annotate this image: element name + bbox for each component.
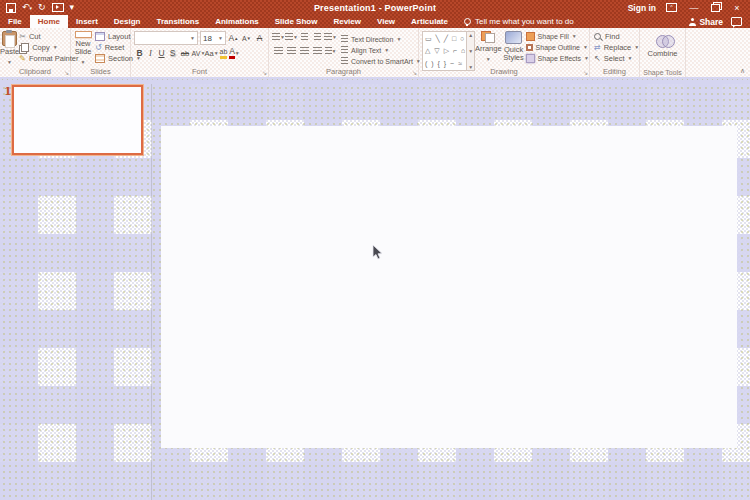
columns-button[interactable]: ▼ <box>324 45 337 56</box>
tab-animations[interactable]: Animations <box>207 15 267 28</box>
customize-qat-icon[interactable]: ▾ <box>70 3 75 12</box>
group-editing: Find ⇄ Replace ▼ ↖ Select ▼ Editing <box>590 28 640 77</box>
drawing-dialog-launcher-icon[interactable]: ↘ <box>583 70 588 76</box>
format-painter-button[interactable]: ✎ Format Painter <box>19 53 78 63</box>
ribbon-display-options-icon[interactable]: ^ <box>666 3 677 12</box>
slide-thumbnail[interactable] <box>12 85 143 155</box>
shape-outline-icon <box>526 44 533 51</box>
justify-button[interactable] <box>311 45 324 56</box>
group-font: ▼ 18 ▼ A▲ A▼ A B I U S ab AV▼ <box>131 28 269 77</box>
redo-icon[interactable]: ↻ <box>38 3 46 12</box>
restore-button[interactable] <box>711 4 720 12</box>
tab-articulate[interactable]: Articulate <box>403 15 456 28</box>
line-spacing-icon <box>324 33 332 41</box>
align-right-icon <box>300 47 309 55</box>
copy-button[interactable]: Copy ▼ <box>19 42 78 52</box>
slide-number: 1 <box>4 85 12 98</box>
tab-slide-show[interactable]: Slide Show <box>267 15 326 28</box>
undo-icon[interactable]: ↶▾ <box>22 3 32 13</box>
clipboard-group-label: Clipboard <box>0 67 70 76</box>
tab-transitions[interactable]: Transitions <box>148 15 207 28</box>
comments-icon[interactable] <box>731 17 742 26</box>
font-dialog-launcher-icon[interactable]: ↘ <box>262 70 267 76</box>
bullets-button[interactable]: ▼ <box>272 31 285 42</box>
character-spacing-button[interactable]: AV▼ <box>192 47 205 59</box>
slide-canvas[interactable] <box>161 126 737 448</box>
sign-in-button[interactable]: Sign in <box>628 3 656 13</box>
quick-styles-button[interactable]: Quick Styles <box>502 28 526 66</box>
shapes-gallery-scrollbar[interactable]: ▲ ▼ ▼ <box>467 31 474 71</box>
grow-font-button[interactable]: A▲ <box>228 32 239 44</box>
align-center-button[interactable] <box>285 45 298 56</box>
tab-view[interactable]: View <box>369 15 403 28</box>
titlebar: ↶▾ ↻ ▾ Presentation1 - PowerPoint Sign i… <box>0 0 750 28</box>
tab-home[interactable]: Home <box>30 15 68 28</box>
numbering-button[interactable]: ▼ <box>285 31 298 42</box>
italic-button[interactable]: I <box>145 47 156 59</box>
scroll-up-icon[interactable]: ▲ <box>468 32 473 38</box>
start-from-beginning-icon[interactable] <box>52 3 64 12</box>
align-text-button[interactable]: Align Text ▼ <box>341 45 421 55</box>
arrange-button[interactable]: Arrange ▼ <box>475 28 502 66</box>
shape-fill-button[interactable]: Shape Fill ▼ <box>526 31 589 41</box>
align-left-button[interactable] <box>272 45 285 56</box>
chevron-down-icon: ▼ <box>218 35 223 41</box>
text-shadow-button[interactable]: S <box>167 47 178 59</box>
underline-button[interactable]: U <box>156 47 167 59</box>
tab-insert[interactable]: Insert <box>68 15 106 28</box>
shapes-gallery[interactable]: ▭ ╲ ╱ □ ○ ◇ △ ▽ ▷ ⌐ ⌂ ☆ ( ) { } ~ ≈ <box>422 31 467 71</box>
decrease-indent-button[interactable] <box>298 31 311 42</box>
clear-formatting-button[interactable]: A <box>254 32 265 44</box>
panel-divider[interactable] <box>151 84 152 500</box>
gallery-expand-icon[interactable]: ▼ <box>468 64 473 70</box>
replace-button[interactable]: ⇄ Replace ▼ <box>594 42 639 52</box>
tab-design[interactable]: Design <box>106 15 149 28</box>
chevron-down-icon: ▼ <box>332 34 337 40</box>
font-name-combobox[interactable]: ▼ <box>134 31 198 45</box>
paragraph-dialog-launcher-icon[interactable]: ↘ <box>412 70 417 76</box>
section-icon <box>95 54 105 63</box>
bullets-icon <box>272 33 280 41</box>
shape-outline-button[interactable]: Shape Outline ▼ <box>526 42 589 52</box>
select-button[interactable]: ↖ Select ▼ <box>594 53 639 63</box>
find-button[interactable]: Find <box>594 31 639 41</box>
new-slide-button[interactable]: New Slide ▼ <box>71 28 95 66</box>
text-direction-button[interactable]: Text Direction ▼ <box>341 34 421 44</box>
convert-to-smartart-button[interactable]: Convert to SmartArt ▼ <box>341 56 421 66</box>
cut-button[interactable]: ✂ Cut <box>19 31 78 41</box>
close-button[interactable]: × <box>730 3 744 13</box>
quick-access-toolbar: ↶▾ ↻ ▾ <box>0 0 74 15</box>
bold-button[interactable]: B <box>134 47 145 59</box>
layout-icon <box>95 32 105 41</box>
tab-review[interactable]: Review <box>325 15 369 28</box>
paste-button[interactable]: Paste ▼ <box>0 28 19 66</box>
save-icon[interactable] <box>6 3 16 13</box>
scroll-down-icon[interactable]: ▼ <box>468 48 473 54</box>
chevron-down-icon: ▼ <box>583 44 588 50</box>
shrink-font-button[interactable]: A▼ <box>241 32 252 44</box>
increase-indent-icon <box>314 33 321 41</box>
font-size-combobox[interactable]: 18 ▼ <box>200 31 226 45</box>
reset-icon: ↺ <box>95 43 102 52</box>
smartart-icon <box>341 57 348 65</box>
strikethrough-button[interactable]: ab <box>178 47 192 59</box>
share-button[interactable]: Share <box>689 17 723 27</box>
highlight-color-button[interactable]: ab <box>218 47 229 59</box>
align-right-button[interactable] <box>298 45 311 56</box>
shape-effects-button[interactable]: Shape Effects ▼ <box>526 53 589 63</box>
change-case-button[interactable]: Aa▼ <box>205 47 218 59</box>
chevron-down-icon: ▼ <box>235 50 240 56</box>
chevron-down-icon: ▼ <box>634 44 639 50</box>
tab-file[interactable]: File <box>0 15 30 28</box>
tell-me-box[interactable]: Tell me what you want to do <box>456 15 582 28</box>
minimize-button[interactable]: — <box>687 3 701 13</box>
find-icon <box>594 33 601 40</box>
combine-button[interactable]: Combine <box>643 28 683 66</box>
line-spacing-button[interactable]: ▼ <box>324 31 337 42</box>
increase-indent-button[interactable] <box>311 31 324 42</box>
clipboard-dialog-launcher-icon[interactable]: ↘ <box>64 70 69 76</box>
paragraph-group-label: Paragraph <box>269 67 418 76</box>
font-color-button[interactable]: A▼ <box>229 47 240 59</box>
decrease-indent-icon <box>301 33 308 41</box>
collapse-ribbon-icon[interactable]: ∧ <box>740 67 745 75</box>
